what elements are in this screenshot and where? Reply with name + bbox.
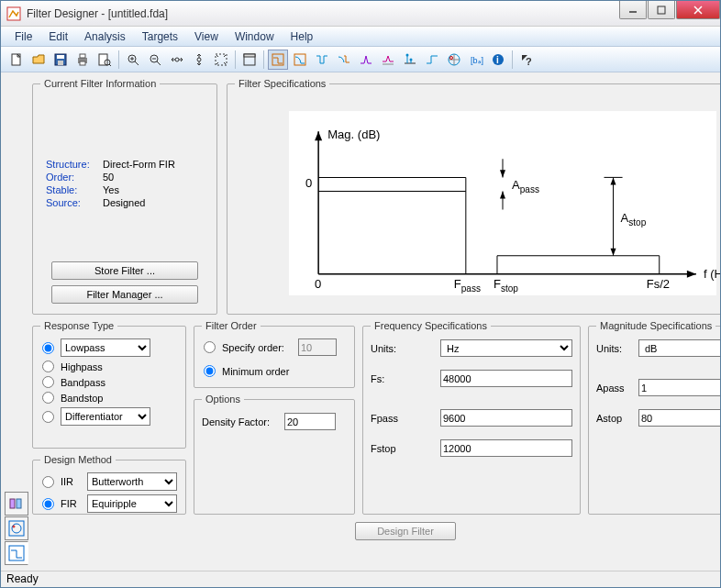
magnitude-spec-legend: Magnitude Specifications (596, 320, 715, 331)
menu-edit[interactable]: Edit (40, 28, 76, 45)
svg-point-36 (450, 56, 453, 59)
save-icon[interactable] (50, 50, 71, 70)
fstop-input[interactable] (440, 439, 572, 457)
menu-view[interactable]: View (186, 28, 227, 45)
menu-file[interactable]: File (6, 28, 40, 45)
svg-rect-2 (658, 6, 665, 14)
maximize-button[interactable] (648, 1, 675, 19)
mag-phase-icon[interactable] (334, 50, 354, 70)
svg-rect-42 (17, 499, 21, 508)
svg-line-18 (157, 61, 161, 65)
polezero-icon[interactable] (444, 50, 464, 70)
close-button[interactable] (676, 1, 720, 19)
svg-point-45 (13, 526, 15, 527)
toolbar-separator (512, 50, 513, 69)
menu-window[interactable]: Window (227, 28, 283, 45)
magnitude-icon[interactable] (290, 50, 310, 70)
svg-point-32 (410, 58, 413, 61)
step-icon[interactable] (422, 50, 442, 70)
lowpass-select[interactable]: Lowpass (61, 338, 150, 357)
fir-radio[interactable] (42, 498, 54, 510)
side-tab-design[interactable] (5, 541, 28, 565)
store-filter-button[interactable]: Store Filter ... (51, 261, 198, 280)
svg-rect-8 (80, 54, 85, 58)
freq-units-select[interactable]: Hz (440, 339, 572, 357)
context-help-icon[interactable]: ? (516, 50, 537, 70)
filter-spec-icon[interactable] (268, 50, 288, 70)
filter-spec-plot: Mag. (dB) f (Hz) 0 Apass (235, 94, 720, 306)
svg-point-21 (197, 58, 201, 61)
fs-input[interactable] (440, 370, 572, 387)
print-icon[interactable] (72, 50, 93, 70)
minimum-order-radio[interactable] (204, 365, 216, 377)
window-title: Filter Designer - [untitled.fda] (27, 7, 618, 20)
svg-text:i: i (496, 55, 499, 65)
full-view-icon[interactable] (239, 50, 260, 70)
fpass-input[interactable] (440, 409, 572, 427)
astop-input[interactable] (638, 409, 720, 427)
fir-label: FIR (61, 498, 83, 509)
bandstop-radio[interactable] (42, 392, 54, 404)
filter-manager-button[interactable]: Filter Manager ... (51, 285, 198, 304)
other-radio[interactable] (42, 411, 54, 423)
coefficients-icon[interactable]: [bₐ] (466, 50, 486, 70)
order-label: Order: (46, 172, 103, 183)
specify-order-radio[interactable] (204, 341, 216, 353)
design-filter-button[interactable]: Design Filter (355, 522, 456, 540)
side-tab-realize[interactable] (5, 492, 28, 516)
menu-targets[interactable]: Targets (134, 28, 186, 45)
zoom-x-icon[interactable] (167, 50, 187, 70)
zoom-in-icon[interactable] (123, 50, 143, 70)
new-icon[interactable] (6, 50, 27, 70)
response-type-group: Response Type Lowpass Highpass Bandpass … (32, 320, 186, 449)
apass-label: Apass (596, 383, 635, 394)
svg-line-14 (135, 61, 139, 65)
side-tab-polezero[interactable] (5, 516, 28, 540)
density-input[interactable] (284, 413, 336, 430)
top-row: Current Filter Information Structure:Dir… (32, 78, 720, 315)
bandpass-label: Bandpass (61, 377, 105, 388)
zoom-fit-icon[interactable] (211, 50, 231, 70)
order-value: 50 (103, 172, 114, 183)
specify-order-input[interactable] (298, 338, 337, 356)
titlebar[interactable]: Filter Designer - [untitled.fda] (1, 1, 720, 27)
svg-text:?: ? (526, 56, 532, 67)
svg-text:f (Hz): f (Hz) (704, 267, 720, 281)
phase-delay-icon[interactable] (378, 50, 398, 70)
svg-point-44 (12, 524, 21, 533)
freq-units-label: Units: (371, 343, 437, 354)
filter-order-legend: Filter Order (202, 320, 261, 331)
svg-text:0: 0 (315, 277, 321, 291)
highpass-radio[interactable] (42, 361, 54, 372)
zoom-y-icon[interactable] (189, 50, 209, 70)
mag-units-select[interactable]: dB (638, 339, 720, 357)
menu-help[interactable]: Help (283, 28, 322, 45)
statusbar: Ready (1, 571, 720, 587)
toolbar: [bₐ] i ? (1, 47, 720, 72)
bandpass-radio[interactable] (42, 376, 54, 388)
info-icon[interactable]: i (488, 50, 508, 70)
phase-icon[interactable] (312, 50, 332, 70)
print-preview-icon[interactable] (94, 50, 115, 70)
lowpass-radio[interactable] (42, 342, 54, 354)
open-icon[interactable] (28, 50, 49, 70)
stable-label: Stable: (46, 184, 103, 195)
svg-point-30 (406, 53, 409, 56)
mag-units-label: Units: (596, 343, 635, 354)
filter-info: Structure:Direct-Form FIR Order:50 Stabl… (46, 159, 204, 210)
fir-select[interactable]: Equiripple (87, 494, 177, 513)
impulse-icon[interactable] (400, 50, 420, 70)
svg-rect-24 (244, 54, 255, 57)
apass-input[interactable] (638, 379, 720, 396)
minimize-button[interactable] (619, 1, 647, 19)
other-select[interactable]: Differentiator (61, 407, 150, 426)
iir-select[interactable]: Butterworth (87, 472, 177, 491)
iir-radio[interactable] (42, 476, 54, 488)
zoom-out-icon[interactable] (145, 50, 165, 70)
main-panel: Current Filter Information Structure:Dir… (32, 78, 720, 567)
svg-text:[bₐ]: [bₐ] (471, 56, 483, 65)
fpass-label: Fpass (371, 413, 437, 424)
svg-rect-41 (10, 499, 15, 508)
menu-analysis[interactable]: Analysis (76, 28, 134, 45)
group-delay-icon[interactable] (356, 50, 376, 70)
